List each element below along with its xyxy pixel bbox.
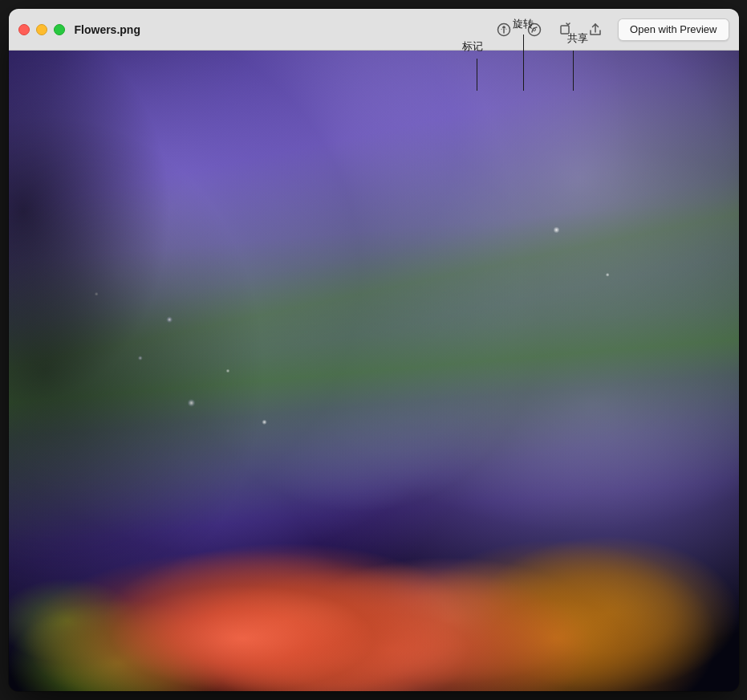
info-button[interactable] [491,17,517,43]
flower-image [9,51,739,691]
rotate-icon [558,22,572,37]
window-controls [18,24,65,35]
depth-overlay [9,51,739,691]
info-icon [497,22,511,37]
quick-look-window: Flowers.png [9,9,739,691]
open-with-preview-button[interactable]: Open with Preview [618,18,729,41]
svg-point-3 [529,23,541,35]
close-button[interactable] [18,24,30,35]
rotate-button[interactable] [552,17,578,43]
minimize-button[interactable] [36,24,47,35]
svg-point-4 [534,28,536,31]
maximize-button[interactable] [54,24,65,35]
svg-rect-5 [561,26,569,34]
file-title: Flowers.png [75,23,140,36]
toolbar-actions: Open with Preview [491,17,729,43]
image-container [9,51,739,691]
share-icon [588,22,603,37]
toolbar: Flowers.png [9,9,739,51]
markup-icon [527,22,542,37]
share-button[interactable] [583,17,608,43]
markup-button[interactable] [522,17,547,43]
